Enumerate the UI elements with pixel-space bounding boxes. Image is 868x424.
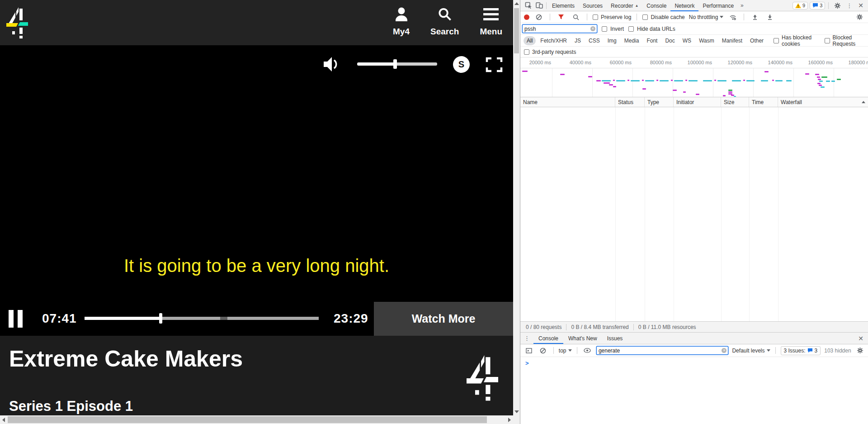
filter-pill-media[interactable]: Media	[621, 36, 642, 45]
volume-slider-handle[interactable]	[393, 59, 397, 69]
blocked-requests-checkbox[interactable]	[825, 38, 830, 43]
devtools-tab-network[interactable]: Network	[670, 0, 698, 11]
hide-data-urls-checkbox[interactable]	[628, 26, 634, 32]
volume-slider[interactable]	[357, 62, 437, 66]
horizontal-scrollbar-thumb[interactable]	[8, 416, 487, 423]
volume-icon[interactable]	[323, 56, 340, 74]
console-sidebar-icon[interactable]	[524, 345, 534, 356]
more-tabs-chevron[interactable]: »	[738, 2, 746, 9]
column-header-time[interactable]: Time	[749, 97, 778, 107]
console-filter-input[interactable]	[596, 346, 729, 355]
console-context-dropdown[interactable]: top	[559, 348, 572, 354]
invert-checkbox[interactable]	[602, 26, 607, 32]
devtools-tab-console[interactable]: Console	[642, 0, 670, 11]
search-network-icon[interactable]	[571, 12, 581, 23]
network-filter-input[interactable]	[522, 24, 597, 33]
column-header-status[interactable]: Status	[615, 97, 645, 107]
nav-search[interactable]: Search	[430, 7, 459, 37]
disable-cache-checkbox[interactable]	[642, 14, 648, 20]
log-levels-dropdown[interactable]: Default levels	[732, 348, 770, 354]
filter-pill-css[interactable]: CSS	[585, 36, 603, 45]
drawer-tab-whatsnew[interactable]: What's New	[563, 333, 602, 344]
network-overview-band[interactable]	[520, 68, 868, 97]
scroll-left-arrow-icon[interactable]	[2, 418, 5, 422]
filter-pill-img[interactable]: Img	[604, 36, 620, 45]
warnings-badge[interactable]: 9	[793, 2, 808, 10]
column-header-type[interactable]: Type	[645, 97, 674, 107]
filter-pill-js[interactable]: JS	[571, 36, 584, 45]
filter-funnel-icon[interactable]	[556, 12, 566, 23]
horizontal-scrollbar[interactable]	[0, 415, 513, 424]
console-settings-gear-icon[interactable]	[855, 345, 865, 356]
vertical-scrollbar[interactable]	[513, 0, 520, 415]
pause-button[interactable]	[9, 310, 23, 328]
console-message-area[interactable]: >	[520, 357, 868, 424]
clear-filter-icon[interactable]: ×	[590, 26, 595, 31]
timeline-gridline	[632, 68, 633, 97]
scroll-down-arrow-icon[interactable]	[514, 410, 519, 413]
filter-pill-wasm[interactable]: Wasm	[696, 36, 717, 45]
filter-pill-other[interactable]: Other	[747, 36, 767, 45]
devtools-settings-gear-icon[interactable]	[832, 0, 843, 11]
column-header-waterfall[interactable]: Waterfall	[778, 97, 868, 107]
scroll-up-arrow-icon[interactable]	[514, 2, 519, 5]
column-header-initiator[interactable]: Initiator	[674, 97, 721, 107]
inspect-element-icon[interactable]	[523, 0, 534, 11]
issues-counter-button[interactable]: 3 Issues: 3	[781, 346, 821, 355]
devtools-tab-elements[interactable]: Elements	[548, 0, 579, 11]
clear-network-log-icon[interactable]	[533, 12, 544, 23]
export-har-icon[interactable]	[764, 12, 775, 23]
devtools-tab-recorder[interactable]: Recorder▲	[607, 0, 642, 11]
subtitles-button[interactable]: S	[453, 56, 470, 73]
import-har-icon[interactable]	[750, 12, 760, 23]
requests-table-body[interactable]	[520, 107, 868, 321]
devtools-close-icon[interactable]: ✕	[856, 2, 866, 9]
vertical-scrollbar-thumb[interactable]	[514, 8, 519, 53]
third-party-requests-checkbox[interactable]	[524, 49, 529, 55]
filter-pill-manifest[interactable]: Manifest	[719, 36, 745, 45]
column-header-size[interactable]: Size	[721, 97, 749, 107]
preserve-log-checkbox[interactable]	[593, 14, 598, 20]
has-blocked-cookies-checkbox[interactable]	[774, 38, 779, 43]
column-header-name[interactable]: Name	[520, 97, 615, 107]
console-prompt-chevron[interactable]: >	[525, 360, 529, 367]
filter-pill-fetchxhr[interactable]: Fetch/XHR	[537, 36, 570, 45]
filter-pill-ws[interactable]: WS	[679, 36, 694, 45]
nav-menu[interactable]: Menu	[480, 7, 502, 37]
clear-console-icon[interactable]	[538, 345, 548, 356]
throttling-dropdown[interactable]: No throttling	[689, 14, 724, 20]
video-area[interactable]: S It is going to be a very long night.	[0, 45, 513, 302]
request-mark	[717, 80, 726, 81]
record-network-log-button[interactable]	[524, 14, 529, 20]
separator	[775, 347, 776, 354]
network-settings-gear-icon[interactable]	[854, 12, 865, 23]
devtools-tab-performance[interactable]: Performance	[698, 0, 738, 11]
channel4-logo[interactable]	[6, 6, 28, 40]
seek-bar[interactable]	[85, 317, 319, 320]
watch-more-button[interactable]: Watch More	[374, 302, 513, 336]
devtools-tab-sources[interactable]: Sources	[579, 0, 607, 11]
ruler-label: 40000 ms	[555, 60, 591, 65]
blocked-requests-label: Blocked Requests	[833, 34, 865, 47]
drawer-kebab-menu-icon[interactable]: ⋮	[520, 335, 533, 342]
nav-my4-label: My4	[393, 27, 410, 37]
ruler-label: 20000 ms	[520, 60, 551, 65]
fullscreen-button[interactable]	[486, 57, 503, 74]
drawer-tab-issues[interactable]: Issues	[602, 333, 628, 344]
filter-pill-font[interactable]: Font	[643, 36, 660, 45]
nav-my4[interactable]: My4	[393, 7, 410, 37]
request-mark	[819, 81, 823, 82]
drawer-close-icon[interactable]: ✕	[856, 335, 866, 342]
live-expression-eye-icon[interactable]	[582, 345, 593, 356]
device-toolbar-icon[interactable]	[534, 0, 545, 11]
drawer-tab-console[interactable]: Console	[533, 333, 563, 344]
seek-bar-handle[interactable]	[159, 313, 162, 324]
scroll-right-arrow-icon[interactable]	[508, 418, 511, 422]
devtools-kebab-menu-icon[interactable]: ⋮	[844, 2, 854, 9]
chevron-down-icon	[568, 349, 572, 352]
filter-pill-all[interactable]: All	[524, 36, 536, 45]
issues-badge[interactable]: 3	[810, 2, 825, 10]
filter-pill-doc[interactable]: Doc	[662, 36, 678, 45]
network-conditions-icon[interactable]	[727, 12, 738, 23]
request-mark	[815, 74, 819, 75]
